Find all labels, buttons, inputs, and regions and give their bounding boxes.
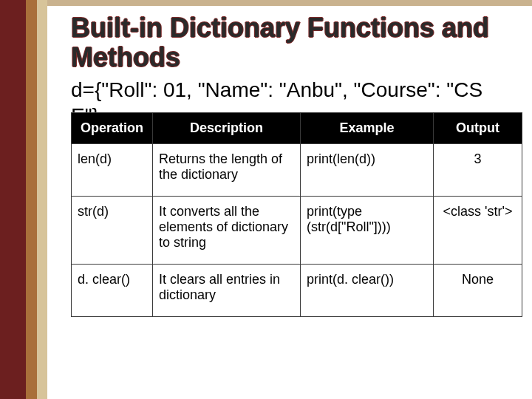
- dict-functions-table: Operation Description Example Output len…: [71, 112, 522, 317]
- th-operation: Operation: [72, 112, 153, 143]
- cell-operation: d. clear(): [72, 264, 153, 316]
- th-example: Example: [301, 112, 434, 143]
- table-row: d. clear() It clears all entries in dict…: [72, 264, 522, 316]
- table-wrap: Operation Description Example Output len…: [71, 112, 502, 317]
- left-accent-stripe: [0, 0, 47, 399]
- cell-output: None: [434, 264, 522, 316]
- cell-example: print(len(d)): [301, 143, 434, 196]
- cell-example: print(type (str(d["Roll"]))): [301, 196, 434, 264]
- cell-output: <class 'str'>: [434, 196, 522, 264]
- cell-output: 3: [434, 143, 522, 196]
- cell-operation: str(d): [72, 196, 153, 264]
- cell-example: print(d. clear()): [301, 264, 434, 316]
- page-title: Built-in Dictionary Functions and Method…: [71, 13, 502, 73]
- cell-operation: len(d): [72, 143, 153, 196]
- table-row: len(d) Returns the length of the diction…: [72, 143, 522, 196]
- th-output: Output: [434, 112, 522, 143]
- table-row: str(d) It converts all the elements of d…: [72, 196, 522, 264]
- table-header-row: Operation Description Example Output: [72, 112, 522, 143]
- cell-description: It converts all the elements of dictiona…: [153, 196, 301, 264]
- code-sample-line1: d={"Roll": 01, "Name": "Anbu", "Course":…: [71, 78, 502, 103]
- slide: Built-in Dictionary Functions and Method…: [0, 0, 532, 399]
- cell-description: Returns the length of the dictionary: [153, 143, 301, 196]
- cell-description: It clears all entries in dictionary: [153, 264, 301, 316]
- th-description: Description: [153, 112, 301, 143]
